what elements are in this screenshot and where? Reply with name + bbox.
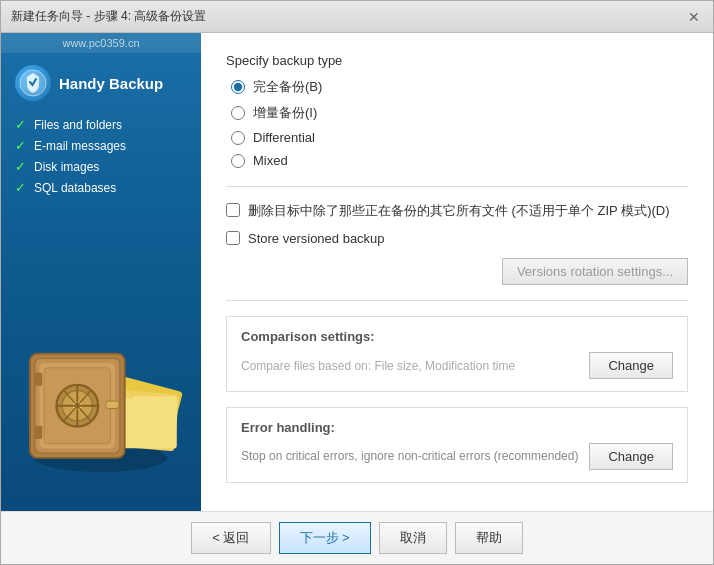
versioned-checkbox-label: Store versioned backup	[248, 230, 385, 248]
svg-rect-18	[35, 373, 43, 386]
logo-text: Handy Backup	[59, 75, 163, 92]
features-list: ✓ Files and folders ✓ E-mail messages ✓ …	[1, 109, 201, 203]
help-button[interactable]: 帮助	[455, 522, 523, 554]
logo-icon	[15, 65, 51, 101]
title-bar: 新建任务向导 - 步骤 4: 高级备份设置 ✕	[1, 1, 713, 33]
close-button[interactable]: ✕	[685, 8, 703, 26]
feature-sql: ✓ SQL databases	[15, 180, 187, 195]
feature-files: ✓ Files and folders	[15, 117, 187, 132]
radio-incremental-label: 增量备份(I)	[253, 104, 317, 122]
cancel-button[interactable]: 取消	[379, 522, 447, 554]
versioned-checkbox[interactable]	[226, 231, 240, 245]
radio-full-input[interactable]	[231, 80, 245, 94]
radio-differential-label: Differential	[253, 130, 315, 145]
radio-full[interactable]: 完全备份(B)	[231, 78, 688, 96]
radio-full-label: 完全备份(B)	[253, 78, 322, 96]
content-area: www.pc0359.cn Handy Backup ✓ Files and f…	[1, 33, 713, 511]
divider-1	[226, 186, 688, 187]
svg-rect-17	[106, 401, 119, 409]
check-icon: ✓	[15, 117, 26, 132]
error-change-button[interactable]: Change	[589, 443, 673, 470]
comparison-row: Compare files based on: File size, Modif…	[241, 352, 673, 379]
sidebar: www.pc0359.cn Handy Backup ✓ Files and f…	[1, 33, 201, 511]
error-header: Error handling:	[241, 420, 673, 435]
radio-differential[interactable]: Differential	[231, 130, 688, 145]
error-row: Stop on critical errors, ignore non-crit…	[241, 443, 673, 470]
versioned-checkbox-item: Store versioned backup	[226, 230, 688, 248]
check-icon-2: ✓	[15, 138, 26, 153]
sidebar-illustration	[1, 203, 201, 511]
radio-differential-input[interactable]	[231, 131, 245, 145]
feature-sql-label: SQL databases	[34, 181, 116, 195]
main-panel: Specify backup type 完全备份(B) 增量备份(I) Diff…	[201, 33, 713, 511]
radio-incremental-input[interactable]	[231, 106, 245, 120]
comparison-value: Compare files based on: File size, Modif…	[241, 359, 589, 373]
delete-checkbox-label: 删除目标中除了那些正在备份的其它所有文件 (不适用于单个 ZIP 模式)(D)	[248, 202, 670, 220]
versions-btn-row: Versions rotation settings...	[226, 258, 688, 285]
backup-type-section: Specify backup type 完全备份(B) 增量备份(I) Diff…	[226, 53, 688, 168]
backup-type-label: Specify backup type	[226, 53, 688, 68]
radio-mixed-input[interactable]	[231, 154, 245, 168]
backup-type-group: 完全备份(B) 增量备份(I) Differential Mixed	[226, 78, 688, 168]
radio-mixed[interactable]: Mixed	[231, 153, 688, 168]
wizard-footer: < 返回 下一步 > 取消 帮助	[1, 511, 713, 564]
comparison-change-button[interactable]: Change	[589, 352, 673, 379]
next-button[interactable]: 下一步 >	[279, 522, 371, 554]
feature-disk-label: Disk images	[34, 160, 99, 174]
window-title: 新建任务向导 - 步骤 4: 高级备份设置	[11, 8, 206, 25]
sidebar-logo: Handy Backup	[1, 53, 201, 109]
error-section: Error handling: Stop on critical errors,…	[226, 407, 688, 483]
feature-files-label: Files and folders	[34, 118, 122, 132]
divider-2	[226, 300, 688, 301]
comparison-section: Comparison settings: Compare files based…	[226, 316, 688, 392]
check-icon-4: ✓	[15, 180, 26, 195]
delete-checkbox[interactable]	[226, 203, 240, 217]
wizard-window: 新建任务向导 - 步骤 4: 高级备份设置 ✕ www.pc0359.cn Ha…	[0, 0, 714, 565]
feature-email: ✓ E-mail messages	[15, 138, 187, 153]
versions-rotation-button[interactable]: Versions rotation settings...	[502, 258, 688, 285]
radio-incremental[interactable]: 增量备份(I)	[231, 104, 688, 122]
feature-disk: ✓ Disk images	[15, 159, 187, 174]
comparison-header: Comparison settings:	[241, 329, 673, 344]
delete-checkbox-item: 删除目标中除了那些正在备份的其它所有文件 (不适用于单个 ZIP 模式)(D)	[226, 202, 688, 220]
feature-email-label: E-mail messages	[34, 139, 126, 153]
check-icon-3: ✓	[15, 159, 26, 174]
svg-rect-19	[35, 426, 43, 439]
radio-mixed-label: Mixed	[253, 153, 288, 168]
vault-svg	[11, 301, 191, 501]
error-value: Stop on critical errors, ignore non-crit…	[241, 448, 579, 465]
watermark: www.pc0359.cn	[1, 33, 201, 53]
back-button[interactable]: < 返回	[191, 522, 270, 554]
